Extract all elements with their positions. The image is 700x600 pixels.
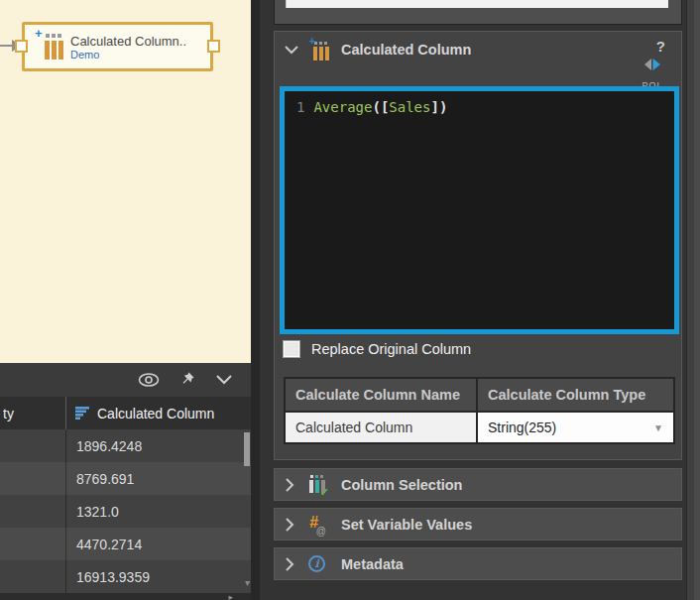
code-punctuation: ([ — [372, 99, 389, 115]
chevron-right-icon — [285, 517, 294, 533]
section-title: Calculated Column — [341, 42, 471, 58]
right-edge-scroll-strip — [686, 0, 700, 600]
numeric-type-icon — [75, 407, 90, 420]
calculated-column-node-icon: + — [39, 32, 64, 61]
pql-triangles-icon — [644, 59, 660, 70]
data-preview-table: ty Calculated Column 1896.4248 8769.691 — [0, 397, 251, 600]
info-icon: i — [307, 554, 329, 574]
variables-icon: # @ — [307, 515, 329, 535]
section-label: Metadata — [341, 556, 404, 572]
cell-value: 8769.691 — [76, 471, 134, 487]
chevron-down-icon: ▼ — [653, 422, 663, 433]
workflow-node-calculated-column[interactable]: + Calculated Column.. Demo — [22, 22, 213, 71]
calculated-column-section: + Calculated Column ? PQL 1Average([Sale… — [274, 31, 682, 460]
column-name-input[interactable]: Calculated Column — [286, 413, 478, 442]
column-type-value: String(255) — [488, 420, 556, 435]
cell-value: 1321.0 — [76, 504, 119, 520]
cell-value: 4470.2714 — [76, 537, 142, 552]
replace-original-column-row: Replace Original Column — [283, 340, 471, 358]
scrollbar-down-arrow-icon[interactable]: ▾ — [245, 578, 250, 588]
replace-original-column-checkbox[interactable] — [283, 340, 300, 358]
table-row[interactable]: 4470.2714 — [0, 528, 251, 560]
calculated-column-icon: + — [308, 38, 332, 61]
code-column-ref: Sales — [389, 99, 430, 115]
checkbox-label: Replace Original Column — [311, 341, 471, 357]
scrollbar-right-arrow-icon[interactable]: ▸ — [228, 593, 233, 600]
node-subtitle: Demo — [70, 49, 186, 60]
section-header[interactable]: + Calculated Column — [275, 36, 681, 63]
chevron-right-icon — [285, 556, 294, 572]
cell-value: 1896.4248 — [76, 438, 142, 454]
app-window: + Calculated Column.. Demo — [0, 0, 700, 600]
code-function: Average — [313, 99, 372, 115]
horizontal-scrollbar-track[interactable]: ▸ — [0, 593, 251, 600]
plus-icon: + — [35, 26, 43, 41]
workflow-canvas[interactable]: + Calculated Column.. Demo — [0, 0, 251, 363]
at-icon: @ — [316, 526, 326, 537]
vertical-scrollbar-thumb[interactable] — [244, 432, 250, 466]
column-config-table: Calculate Column Name Calculate Column T… — [284, 377, 675, 444]
section-column-selection[interactable]: ✓ Column Selection — [274, 468, 682, 501]
config-table-header: Calculate Column Name Calculate Column T… — [286, 379, 673, 413]
section-set-variable-values[interactable]: # @ Set Variable Values — [274, 508, 682, 540]
top-section-partial — [274, 0, 682, 25]
check-icon: ✓ — [320, 486, 329, 499]
preview-column-header-calculated-column[interactable]: Calculated Column — [66, 397, 251, 429]
section-label: Set Variable Values — [341, 517, 472, 533]
chevron-down-icon[interactable] — [284, 45, 299, 55]
code-punctuation: ]) — [430, 99, 447, 115]
section-label: Column Selection — [341, 477, 462, 493]
table-row[interactable]: 1896.4248 — [0, 429, 251, 462]
pin-icon[interactable] — [175, 371, 197, 389]
node-output-port[interactable] — [207, 40, 220, 53]
column-type-header: Calculate Column Type — [478, 379, 673, 411]
node-input-port[interactable] — [15, 40, 28, 53]
chevron-right-icon — [285, 477, 294, 493]
column-type-dropdown[interactable]: String(255) ▼ — [478, 413, 673, 442]
table-row[interactable]: 8769.691 — [0, 462, 251, 495]
preview-column-label: ty — [3, 406, 14, 421]
preview-header-row: ty Calculated Column — [0, 397, 251, 429]
cell-value: 16913.9359 — [76, 569, 150, 585]
preview-column-header-truncated[interactable]: ty — [0, 397, 66, 429]
table-row[interactable]: 1321.0 — [0, 495, 251, 528]
section-metadata[interactable]: i Metadata — [274, 547, 682, 580]
node-title: Calculated Column.. — [70, 34, 186, 49]
collapse-panel-chevron-icon[interactable] — [213, 371, 235, 389]
table-row[interactable]: 16913.9359 — [0, 560, 251, 593]
preview-column-label: Calculated Column — [97, 406, 214, 421]
pql-code-editor[interactable]: 1Average([Sales]) — [280, 86, 679, 334]
column-name-header: Calculate Column Name — [286, 379, 478, 411]
help-button[interactable]: ? — [656, 38, 665, 55]
eye-icon[interactable] — [138, 371, 160, 389]
config-table-row: Calculated Column String(255) ▼ — [286, 413, 673, 442]
top-text-input[interactable] — [286, 0, 668, 8]
preview-toolbar — [0, 363, 251, 397]
line-number: 1 — [296, 99, 304, 115]
panel-divider — [251, 0, 260, 600]
column-selection-icon: ✓ — [307, 475, 329, 495]
